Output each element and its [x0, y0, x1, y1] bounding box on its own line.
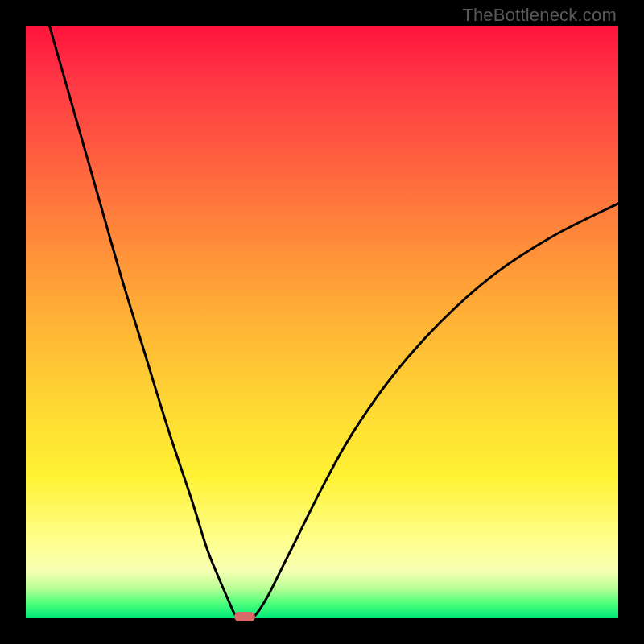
curve-layer	[26, 26, 618, 618]
plot-area	[26, 26, 618, 618]
curve-left-branch	[49, 26, 237, 618]
curve-right-branch	[253, 204, 618, 618]
minimum-marker	[234, 612, 255, 621]
chart-frame: TheBottleneck.com	[0, 0, 644, 644]
watermark-label: TheBottleneck.com	[462, 5, 617, 26]
